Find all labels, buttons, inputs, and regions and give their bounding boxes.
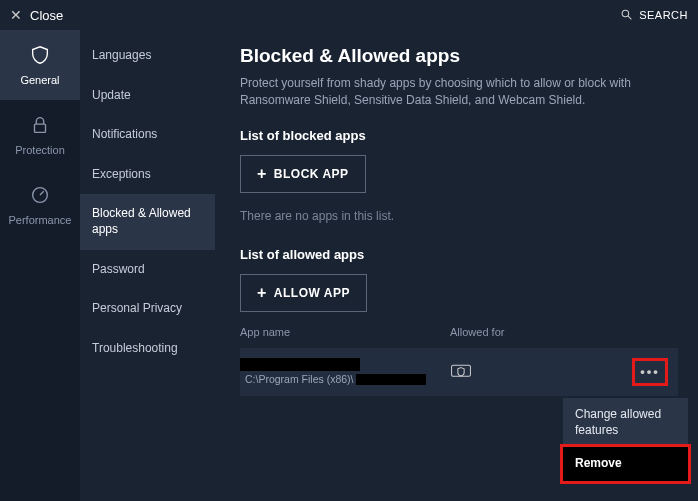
more-icon: •••: [640, 364, 660, 379]
svg-point-0: [622, 10, 629, 17]
settings-subnav: Languages Update Notifications Exception…: [80, 30, 215, 501]
rail-protection-label: Protection: [15, 144, 65, 156]
search-button[interactable]: SEARCH: [620, 8, 688, 23]
close-label[interactable]: Close: [30, 8, 63, 23]
svg-rect-2: [35, 124, 46, 132]
rail-protection[interactable]: Protection: [0, 100, 80, 170]
menu-remove[interactable]: Remove: [563, 447, 688, 481]
plus-icon: +: [257, 285, 267, 301]
allow-app-button[interactable]: + ALLOW APP: [240, 274, 367, 312]
subnav-personal-privacy[interactable]: Personal Privacy: [80, 289, 215, 329]
subnav-password[interactable]: Password: [80, 250, 215, 290]
search-icon: [620, 8, 633, 23]
col-allowed: Allowed for: [450, 326, 678, 338]
subnav-update[interactable]: Update: [80, 76, 215, 116]
row-more-button[interactable]: •••: [634, 360, 666, 384]
settings-rail: General Protection Performance: [0, 30, 80, 501]
svg-rect-5: [452, 366, 471, 377]
webcam-shield-icon: [450, 361, 472, 382]
svg-line-4: [40, 191, 44, 195]
lock-icon: [29, 114, 51, 138]
subnav-troubleshooting[interactable]: Troubleshooting: [80, 329, 215, 369]
svg-line-1: [628, 16, 631, 19]
subnav-blocked-allowed[interactable]: Blocked & Allowed apps: [80, 194, 215, 249]
subnav-languages[interactable]: Languages: [80, 36, 215, 76]
block-app-button[interactable]: + BLOCK APP: [240, 155, 366, 193]
rail-general-label: General: [20, 74, 59, 86]
gauge-icon: [29, 184, 51, 208]
shield-icon: [29, 44, 51, 68]
blocked-empty-message: There are no apps in this list.: [240, 209, 678, 223]
blocked-section-title: List of blocked apps: [240, 128, 678, 143]
page-title: Blocked & Allowed apps: [240, 45, 678, 67]
app-name-redacted: [240, 358, 360, 371]
plus-icon: +: [257, 166, 267, 182]
rail-performance[interactable]: Performance: [0, 170, 80, 240]
search-label: SEARCH: [639, 9, 688, 21]
subnav-notifications[interactable]: Notifications: [80, 115, 215, 155]
subnav-exceptions[interactable]: Exceptions: [80, 155, 215, 195]
menu-change-allowed[interactable]: Change allowed features: [563, 398, 688, 447]
rail-general[interactable]: General: [0, 30, 80, 100]
allow-app-label: ALLOW APP: [274, 286, 350, 300]
close-icon[interactable]: ✕: [10, 7, 22, 23]
row-context-menu: Change allowed features Remove: [563, 398, 688, 481]
allowed-app-row[interactable]: C:\Program Files (x86)\ •••: [240, 348, 678, 396]
app-path: C:\Program Files (x86)\: [245, 373, 450, 385]
rail-performance-label: Performance: [9, 214, 72, 226]
page-description: Protect yourself from shady apps by choo…: [240, 75, 678, 110]
allowed-table-header: App name Allowed for: [240, 326, 678, 344]
block-app-label: BLOCK APP: [274, 167, 349, 181]
app-path-redacted: [356, 374, 426, 385]
col-appname: App name: [240, 326, 450, 338]
allowed-section-title: List of allowed apps: [240, 247, 678, 262]
